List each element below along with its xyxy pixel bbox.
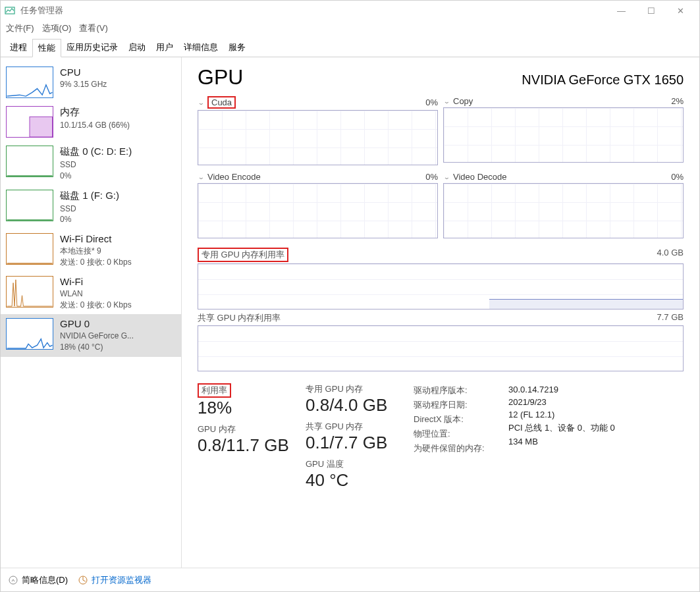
maximize-button[interactable]: ☐ — [636, 1, 666, 20]
sidebar-item-disk0[interactable]: 磁盘 0 (C: D: E:) SSD 0% — [1, 142, 181, 186]
cuda-label: Cuda — [207, 96, 236, 109]
window-title: 任务管理器 — [20, 5, 63, 16]
shared-mem-graph — [198, 325, 684, 371]
gpu-sub1: NVIDIA GeForce G... — [60, 331, 176, 342]
memory-title: 内存 — [60, 106, 176, 119]
cpu-title: CPU — [60, 67, 176, 78]
disk1-title: 磁盘 1 (F: G:) — [60, 190, 176, 202]
tab-details[interactable]: 详细信息 — [178, 39, 223, 57]
disk0-sub1: SSD — [60, 159, 176, 171]
gpu-stats: 利用率 18% GPU 内存 0.8/11.7 GB 专用 GPU 内存 0.8… — [198, 383, 684, 496]
engine-copy[interactable]: ⌄Copy 2% — [443, 95, 684, 165]
vdec-graph — [443, 183, 684, 238]
gpu-title: GPU 0 — [60, 318, 176, 329]
dx-label: DirectX 版本: — [414, 412, 506, 427]
gpu-mem-value: 0.8/11.7 GB — [198, 435, 303, 456]
menu-view[interactable]: 查看(V) — [79, 22, 107, 34]
tabs: 进程 性能 应用历史记录 启动 用户 详细信息 服务 — [1, 39, 699, 57]
vdec-val: 0% — [671, 172, 684, 182]
svg-rect-0 — [5, 7, 14, 14]
wifid-title: Wi-Fi Direct — [60, 233, 176, 244]
wifi-sub2: 发送: 0 接收: 0 Kbps — [60, 300, 176, 311]
venc-label: Video Encode — [207, 172, 261, 182]
brief-info-link[interactable]: 简略信息(D) — [9, 574, 68, 586]
sidebar-item-wifi[interactable]: Wi-Fi WLAN 发送: 0 接收: 0 Kbps — [1, 272, 181, 315]
wifi-title: Wi-Fi — [60, 276, 176, 287]
shr-value: 0.1/7.7 GB — [306, 433, 411, 453]
gpu-name: NVIDIA GeForce GTX 1650 — [522, 72, 684, 88]
disk0-sub2: 0% — [60, 171, 176, 182]
chevron-down-icon: ⌄ — [198, 99, 205, 106]
driver-date: 2021/9/23 — [508, 396, 684, 408]
memory-sub: 10.1/15.4 GB (66%) — [60, 120, 176, 131]
driver-date-label: 驱动程序日期: — [414, 398, 506, 412]
chevron-down-icon: ⌄ — [443, 97, 450, 105]
shr-label: 共享 GPU 内存 — [306, 421, 411, 433]
tab-processes[interactable]: 进程 — [5, 39, 32, 57]
wifid-sub1: 本地连接* 9 — [60, 246, 176, 257]
sidebar-item-disk1[interactable]: 磁盘 1 (F: G:) SSD 0% — [1, 186, 181, 230]
close-button[interactable]: ✕ — [666, 1, 695, 20]
driver-ver-label: 驱动程序版本: — [414, 383, 506, 398]
disk0-title: 磁盘 0 (C: D: E:) — [60, 146, 176, 158]
footer: 简略信息(D) 打开资源监视器 — [1, 568, 699, 591]
copy-val: 2% — [671, 96, 684, 106]
engine-video-decode[interactable]: ⌄Video Decode 0% — [443, 171, 684, 238]
svg-point-5 — [9, 576, 17, 584]
driver-ver: 30.0.14.7219 — [508, 383, 684, 396]
copy-graph — [443, 107, 684, 163]
venc-graph — [198, 183, 438, 238]
hw-reserved: 134 MB — [508, 435, 684, 448]
chevron-down-icon: ⌄ — [198, 173, 205, 180]
hwres-label: 为硬件保留的内存: — [414, 441, 506, 456]
venc-val: 0% — [425, 172, 438, 182]
dedicated-mem-graph — [198, 263, 684, 309]
open-resmon-link[interactable]: 打开资源监视器 — [78, 574, 151, 586]
performance-sidebar: CPU 9% 3.15 GHz 内存 10.1/15.4 GB (66%) 磁盘… — [1, 57, 182, 568]
gpu-content: GPU NVIDIA GeForce GTX 1650 ⌄Cuda 0% ⌄Co… — [182, 57, 699, 568]
tab-services[interactable]: 服务 — [223, 39, 251, 57]
tab-startup[interactable]: 启动 — [123, 39, 151, 57]
disk1-sub2: 0% — [60, 214, 176, 225]
temp-value: 40 °C — [306, 470, 411, 491]
util-label: 利用率 — [198, 383, 231, 398]
gpu-mem-label: GPU 内存 — [198, 423, 303, 435]
cuda-graph — [198, 110, 438, 165]
ded-value: 0.8/4.0 GB — [306, 395, 411, 416]
menubar: 文件(F) 选项(O) 查看(V) — [1, 20, 699, 36]
shared-mem-label: 共享 GPU 内存利用率 — [198, 312, 281, 324]
collapse-icon — [9, 576, 18, 585]
menu-file[interactable]: 文件(F) — [6, 22, 34, 34]
dedicated-mem-label: 专用 GPU 内存利用率 — [198, 248, 288, 262]
sidebar-item-memory[interactable]: 内存 10.1/15.4 GB (66%) — [1, 102, 181, 142]
util-value: 18% — [198, 398, 303, 418]
dedicated-mem-max: 4.0 GB — [657, 248, 684, 262]
resmon-icon — [78, 576, 88, 585]
tab-users[interactable]: 用户 — [151, 39, 178, 57]
titlebar: 任务管理器 — ☐ ✕ — [1, 1, 699, 20]
loc-label: 物理位置: — [414, 427, 506, 441]
sidebar-item-cpu[interactable]: CPU 9% 3.15 GHz — [1, 63, 181, 102]
menu-options[interactable]: 选项(O) — [42, 22, 72, 34]
copy-label: Copy — [453, 96, 473, 106]
tab-app-history[interactable]: 应用历史记录 — [61, 39, 123, 57]
sidebar-item-gpu[interactable]: GPU 0 NVIDIA GeForce G... 18% (40 °C) — [1, 314, 181, 357]
cpu-sub: 9% 3.15 GHz — [60, 79, 176, 90]
gpu-sub2: 18% (40 °C) — [60, 342, 176, 353]
cuda-val: 0% — [425, 97, 438, 107]
svg-rect-1 — [30, 117, 53, 137]
gpu-heading: GPU — [198, 65, 243, 90]
location: PCI 总线 1、设备 0、功能 0 — [508, 421, 684, 435]
vdec-label: Video Decode — [453, 172, 506, 182]
wifi-sub1: WLAN — [60, 288, 176, 300]
chevron-down-icon: ⌄ — [443, 173, 450, 180]
shared-mem-max: 7.7 GB — [657, 312, 684, 324]
sidebar-item-wifi-direct[interactable]: Wi-Fi Direct 本地连接* 9 发送: 0 接收: 0 Kbps — [1, 229, 181, 272]
engine-cuda[interactable]: ⌄Cuda 0% — [198, 95, 438, 165]
minimize-button[interactable]: — — [606, 1, 636, 20]
engine-video-encode[interactable]: ⌄Video Encode 0% — [198, 171, 438, 238]
app-icon — [5, 5, 15, 16]
disk1-sub1: SSD — [60, 203, 176, 215]
temp-label: GPU 温度 — [306, 458, 411, 470]
tab-performance[interactable]: 性能 — [32, 39, 61, 57]
